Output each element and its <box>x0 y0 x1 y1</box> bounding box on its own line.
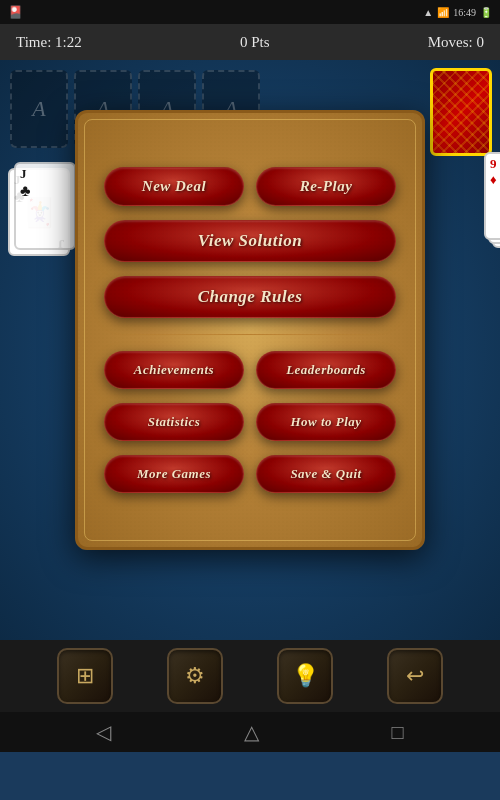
lightbulb-icon: 💡 <box>292 663 319 689</box>
menu-divider <box>110 334 391 335</box>
btn-row-2: View Solution <box>94 220 406 262</box>
card-back-pattern <box>433 71 489 153</box>
status-icons: ▲ 📶 16:49 🔋 <box>423 7 492 18</box>
statistics-button[interactable]: Statistics <box>104 403 244 441</box>
achievements-button[interactable]: Achievements <box>104 351 244 389</box>
btn-row-3: Change Rules <box>94 276 406 318</box>
card-back-deck[interactable] <box>430 68 492 156</box>
signal-icon: 📶 <box>437 7 449 18</box>
leaderboards-button[interactable]: Leaderboards <box>256 351 396 389</box>
status-app-icon: 🎴 <box>8 5 23 20</box>
battery-icon: 🔋 <box>480 7 492 18</box>
gear-icon: ⚙ <box>185 663 205 689</box>
back-nav-button[interactable]: ◁ <box>84 716 123 748</box>
card-placeholder-1: A <box>10 70 68 148</box>
nine-rank: 9 <box>490 156 497 172</box>
more-games-button[interactable]: More Games <box>104 455 244 493</box>
btn-row-6: More Games Save & Quit <box>94 455 406 493</box>
settings-tool-button[interactable]: ⚙ <box>167 648 223 704</box>
home-nav-button[interactable]: △ <box>232 716 271 748</box>
recents-nav-button[interactable]: □ <box>380 717 416 748</box>
timer-display: Time: 1:22 <box>16 34 82 51</box>
wifi-icon: ▲ <box>423 7 433 18</box>
how-to-play-button[interactable]: How to Play <box>256 403 396 441</box>
points-display: 0 Pts <box>240 34 270 51</box>
layers-tool-button[interactable]: ⊞ <box>57 648 113 704</box>
save-quit-button[interactable]: Save & Quit <box>256 455 396 493</box>
time-display: 16:49 <box>453 7 476 18</box>
moves-display: Moves: 0 <box>428 34 484 51</box>
status-bar: 🎴 ▲ 📶 16:49 🔋 <box>0 0 500 24</box>
top-bar: Time: 1:22 0 Pts Moves: 0 <box>0 24 500 60</box>
undo-tool-button[interactable]: ↩ <box>387 648 443 704</box>
jack-card-2[interactable]: J ♣ <box>14 162 76 250</box>
bottom-toolbar: ⊞ ⚙ 💡 ↩ <box>0 640 500 712</box>
game-area: A A A A J ♣ J 🃏 J ♣ 9 ♦ 9 ♦ <box>0 60 500 640</box>
re-play-button[interactable]: Re-Play <box>256 167 396 206</box>
undo-icon: ↩ <box>406 663 424 689</box>
menu-overlay: New Deal Re-Play View Solution Change Ru… <box>75 110 425 550</box>
btn-row-4: Achievements Leaderboards <box>94 351 406 389</box>
nav-bar: ◁ △ □ <box>0 712 500 752</box>
nine-card-front[interactable]: 9 ♦ 9 ♦ <box>484 152 500 240</box>
layers-icon: ⊞ <box>76 663 94 689</box>
view-solution-button[interactable]: View Solution <box>104 220 396 262</box>
new-deal-button[interactable]: New Deal <box>104 167 244 206</box>
nine-suit: ♦ <box>490 172 497 188</box>
btn-row-5: Statistics How to Play <box>94 403 406 441</box>
change-rules-button[interactable]: Change Rules <box>104 276 396 318</box>
btn-row-1: New Deal Re-Play <box>94 167 406 206</box>
hint-tool-button[interactable]: 💡 <box>277 648 333 704</box>
